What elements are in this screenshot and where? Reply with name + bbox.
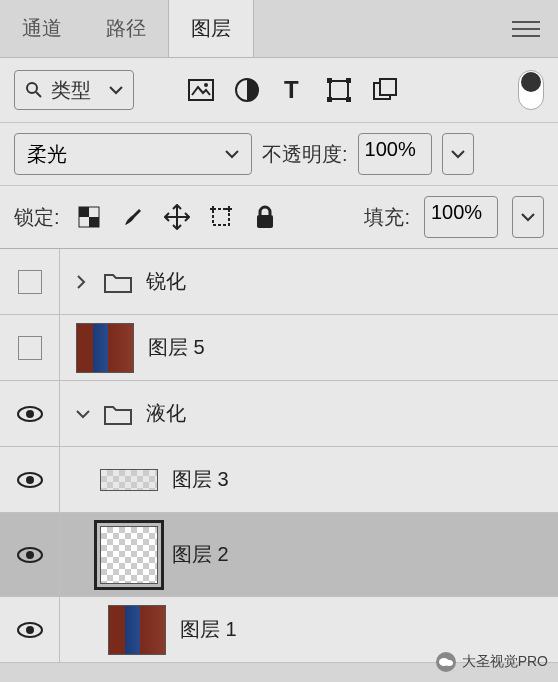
filter-type-select[interactable]: 类型: [14, 70, 134, 110]
svg-rect-18: [89, 217, 99, 227]
layer-name: 液化: [146, 400, 186, 427]
chevron-down-icon: [225, 149, 239, 159]
wechat-icon: [436, 652, 456, 672]
watermark: 大圣视觉PRO: [436, 652, 548, 672]
chevron-down-icon: [451, 149, 465, 159]
disclosure-closed-icon[interactable]: [76, 275, 90, 289]
opacity-label: 不透明度:: [262, 141, 348, 168]
visibility-toggle[interactable]: [0, 447, 60, 512]
layer-name: 图层 3: [172, 466, 229, 493]
svg-point-3: [27, 83, 37, 93]
svg-rect-13: [346, 97, 351, 102]
visibility-toggle[interactable]: [0, 381, 60, 446]
layer-thumbnail[interactable]: [108, 605, 166, 655]
visibility-toggle[interactable]: [0, 513, 60, 596]
svg-rect-21: [213, 209, 229, 225]
eye-icon: [17, 471, 43, 489]
filter-shape-icon[interactable]: [324, 75, 354, 105]
fill-dropdown[interactable]: [512, 196, 544, 238]
layer-name: 锐化: [146, 268, 186, 295]
layer-thumbnail[interactable]: [76, 323, 134, 373]
chevron-down-icon: [109, 85, 123, 95]
lock-position-icon[interactable]: [162, 202, 192, 232]
visibility-toggle[interactable]: [0, 249, 60, 314]
blend-toolbar: 柔光 不透明度: 100%: [0, 122, 558, 185]
opacity-dropdown[interactable]: [442, 133, 474, 175]
fill-label: 填充:: [364, 204, 410, 231]
svg-line-4: [36, 92, 41, 97]
svg-point-34: [26, 626, 34, 634]
visibility-toggle[interactable]: [0, 597, 60, 662]
eye-icon: [17, 405, 43, 423]
filter-toolbar: 类型 T: [0, 58, 558, 122]
lock-brush-icon[interactable]: [118, 202, 148, 232]
visibility-toggle[interactable]: [0, 315, 60, 380]
svg-rect-15: [380, 79, 396, 95]
svg-point-32: [26, 551, 34, 559]
lock-transparent-icon[interactable]: [74, 202, 104, 232]
svg-point-36: [445, 660, 453, 666]
filter-text-icon[interactable]: T: [278, 75, 308, 105]
filter-smartobject-icon[interactable]: [370, 75, 400, 105]
svg-point-6: [204, 83, 208, 87]
filter-type-label: 类型: [51, 77, 91, 104]
eye-icon: [17, 546, 43, 564]
svg-rect-17: [79, 207, 89, 217]
blend-mode-select[interactable]: 柔光: [14, 133, 252, 175]
tab-paths[interactable]: 路径: [84, 0, 168, 57]
layer-row[interactable]: 图层 2: [0, 513, 558, 597]
svg-rect-10: [327, 78, 332, 83]
layer-name: 图层 5: [148, 334, 205, 361]
lock-all-icon[interactable]: [250, 202, 280, 232]
layer-row[interactable]: 锐化: [0, 249, 558, 315]
layer-name: 图层 1: [180, 616, 237, 643]
panel-tabs: 通道 路径 图层: [0, 0, 558, 58]
layer-thumbnail[interactable]: [100, 526, 158, 584]
eye-icon: [17, 621, 43, 639]
folder-icon: [104, 271, 132, 293]
search-icon: [25, 81, 43, 99]
panel-menu-icon[interactable]: [494, 20, 558, 38]
svg-point-30: [26, 476, 34, 484]
layer-row[interactable]: 图层 3: [0, 447, 558, 513]
filter-adjustment-icon[interactable]: [232, 75, 262, 105]
filter-pixel-icon[interactable]: [186, 75, 216, 105]
fill-input[interactable]: 100%: [424, 196, 498, 238]
opacity-input[interactable]: 100%: [358, 133, 432, 175]
folder-icon: [104, 403, 132, 425]
tab-layers[interactable]: 图层: [168, 0, 254, 57]
layers-list: 锐化 图层 5 液化 图层 3 图: [0, 248, 558, 663]
svg-rect-11: [346, 78, 351, 83]
lock-toolbar: 锁定: 填充: 100%: [0, 185, 558, 248]
svg-rect-9: [330, 81, 348, 99]
disclosure-open-icon[interactable]: [76, 409, 90, 419]
tab-channels[interactable]: 通道: [0, 0, 84, 57]
svg-rect-26: [257, 215, 273, 228]
layer-thumbnail[interactable]: [100, 469, 158, 491]
blend-mode-value: 柔光: [27, 141, 67, 168]
filter-toggle[interactable]: [518, 70, 544, 110]
layer-row[interactable]: 图层 5: [0, 315, 558, 381]
svg-point-28: [26, 410, 34, 418]
svg-rect-12: [327, 97, 332, 102]
watermark-text: 大圣视觉PRO: [462, 653, 548, 671]
lock-artboard-icon[interactable]: [206, 202, 236, 232]
svg-text:T: T: [284, 77, 299, 103]
lock-label: 锁定:: [14, 204, 60, 231]
chevron-down-icon: [521, 212, 535, 222]
layer-name: 图层 2: [172, 541, 229, 568]
layer-row[interactable]: 液化: [0, 381, 558, 447]
